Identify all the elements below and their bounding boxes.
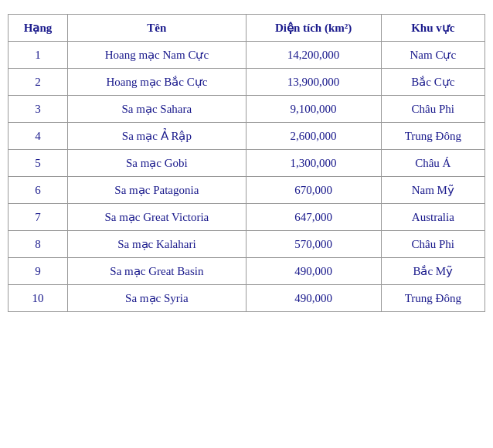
cell-area: 570,000	[246, 231, 381, 258]
table-row: 6Sa mạc Patagonia670,000Nam Mỹ	[8, 177, 485, 204]
cell-rank: 6	[8, 177, 68, 204]
col-header-area: Diện tích (km²)	[246, 15, 381, 42]
cell-name: Sa mạc Syria	[68, 285, 246, 312]
cell-rank: 8	[8, 231, 68, 258]
cell-region: Châu Phi	[381, 96, 484, 123]
cell-area: 670,000	[246, 177, 381, 204]
col-header-name: Tên	[68, 15, 246, 42]
cell-region: Nam Cực	[381, 42, 484, 69]
cell-rank: 10	[8, 285, 68, 312]
table-row: 8Sa mạc Kalahari570,000Châu Phi	[8, 231, 485, 258]
cell-name: Sa mạc Ả Rập	[68, 123, 246, 150]
cell-name: Sa mạc Sahara	[68, 96, 246, 123]
cell-rank: 9	[8, 258, 68, 285]
table-row: 4Sa mạc Ả Rập2,600,000Trung Đông	[8, 123, 485, 150]
cell-region: Bắc Cực	[381, 69, 484, 96]
cell-region: Châu Á	[381, 150, 484, 177]
desert-table: Hạng Tên Diện tích (km²) Khu vực 1Hoang …	[8, 14, 485, 312]
cell-region: Trung Đông	[381, 123, 484, 150]
cell-area: 647,000	[246, 204, 381, 231]
cell-name: Sa mạc Patagonia	[68, 177, 246, 204]
table-row: 2Hoang mạc Bắc Cực13,900,000Bắc Cực	[8, 69, 485, 96]
table-row: 5Sa mạc Gobi1,300,000Châu Á	[8, 150, 485, 177]
table-row: 3Sa mạc Sahara9,100,000Châu Phi	[8, 96, 485, 123]
col-header-rank: Hạng	[8, 15, 68, 42]
table-row: 7Sa mạc Great Victoria647,000Australia	[8, 204, 485, 231]
table-row: 10Sa mạc Syria490,000Trung Đông	[8, 285, 485, 312]
cell-name: Hoang mạc Bắc Cực	[68, 69, 246, 96]
cell-area: 1,300,000	[246, 150, 381, 177]
cell-rank: 7	[8, 204, 68, 231]
cell-rank: 3	[8, 96, 68, 123]
cell-area: 490,000	[246, 285, 381, 312]
cell-rank: 2	[8, 69, 68, 96]
cell-rank: 1	[8, 42, 68, 69]
cell-area: 2,600,000	[246, 123, 381, 150]
cell-name: Sa mạc Great Basin	[68, 258, 246, 285]
table-row: 9Sa mạc Great Basin490,000Bắc Mỹ	[8, 258, 485, 285]
table-row: 1Hoang mạc Nam Cực14,200,000Nam Cực	[8, 42, 485, 69]
cell-area: 13,900,000	[246, 69, 381, 96]
cell-name: Sa mạc Gobi	[68, 150, 246, 177]
cell-rank: 4	[8, 123, 68, 150]
cell-region: Nam Mỹ	[381, 177, 484, 204]
cell-name: Hoang mạc Nam Cực	[68, 42, 246, 69]
cell-name: Sa mạc Kalahari	[68, 231, 246, 258]
cell-area: 490,000	[246, 258, 381, 285]
cell-rank: 5	[8, 150, 68, 177]
cell-region: Châu Phi	[381, 231, 484, 258]
table-container: Hạng Tên Diện tích (km²) Khu vực 1Hoang …	[8, 14, 485, 312]
cell-region: Australia	[381, 204, 484, 231]
header-row: Hạng Tên Diện tích (km²) Khu vực	[8, 15, 485, 42]
cell-name: Sa mạc Great Victoria	[68, 204, 246, 231]
cell-region: Trung Đông	[381, 285, 484, 312]
cell-area: 9,100,000	[246, 96, 381, 123]
cell-area: 14,200,000	[246, 42, 381, 69]
cell-region: Bắc Mỹ	[381, 258, 484, 285]
col-header-region: Khu vực	[381, 15, 484, 42]
